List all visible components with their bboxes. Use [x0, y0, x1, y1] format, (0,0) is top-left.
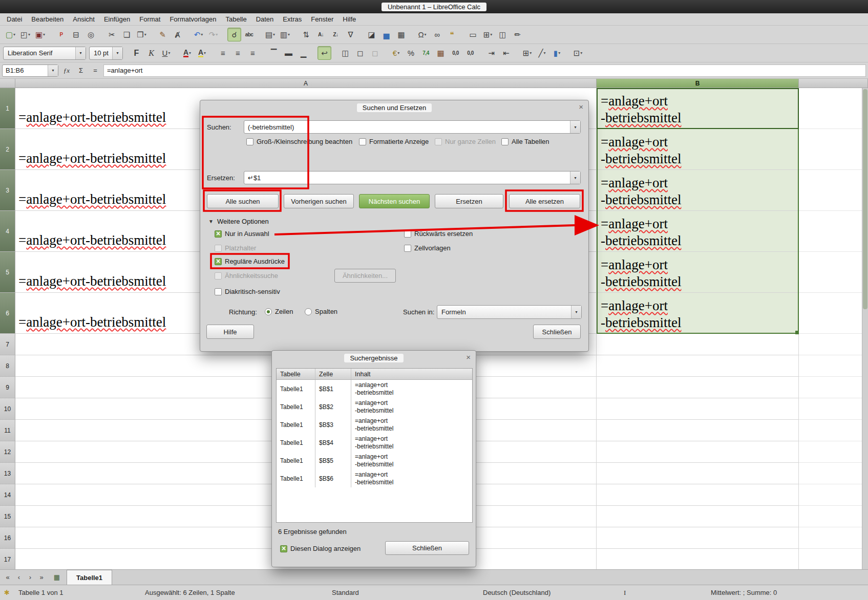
cell-column-b[interactable] — [597, 334, 799, 355]
insert-comment-icon[interactable]: ❝ — [445, 28, 459, 41]
selection-only-checkbox[interactable]: Nur in Auswahl — [215, 230, 269, 238]
insert-image-icon[interactable]: ◪ — [365, 28, 378, 41]
dropdown-arrow-icon[interactable]: ▾ — [28, 32, 30, 37]
cell-empty[interactable] — [799, 88, 868, 129]
result-row[interactable]: Tabelle1 $B$3 =anlage+ort -betriebsmitte… — [277, 416, 472, 434]
menu-item[interactable]: Datei — [2, 13, 27, 25]
cell-column-b[interactable] — [597, 463, 799, 484]
dialog-titlebar[interactable]: Suchergebnisse × — [272, 351, 476, 365]
dropdown-arrow-icon[interactable]: ▾ — [571, 306, 581, 318]
wrap-text-icon[interactable]: ↩ — [317, 46, 331, 60]
spelling-icon[interactable]: abc — [242, 28, 256, 41]
menu-item[interactable]: Format — [135, 13, 165, 25]
clone-formatting-icon[interactable]: ✎ — [156, 28, 170, 41]
decrease-indent-icon[interactable]: ⇤ — [499, 46, 513, 60]
insert-rows-icon[interactable]: ▤▾ — [263, 28, 277, 41]
dropdown-arrow-icon[interactable]: ▾ — [558, 51, 560, 55]
dropdown-arrow-icon[interactable]: ▾ — [397, 51, 399, 55]
menu-item[interactable]: Ansicht — [68, 13, 99, 25]
find-previous-button[interactable]: Vorherigen suchen — [284, 194, 354, 208]
first-sheet-icon[interactable]: « — [2, 570, 13, 585]
row-header[interactable]: 17 — [0, 549, 15, 569]
cell-empty[interactable] — [799, 549, 868, 569]
save-icon[interactable]: ▣▾ — [33, 28, 47, 41]
sort-ascending-icon[interactable]: A↓ — [314, 28, 328, 41]
font-size-combo[interactable]: 10 pt ▾ — [89, 47, 123, 60]
cell-column-b[interactable] — [597, 441, 799, 463]
dropdown-arrow-icon[interactable]: ▾ — [544, 51, 546, 55]
center-vertically-icon[interactable]: ▬ — [282, 46, 295, 60]
cell-column-b[interactable] — [597, 377, 799, 398]
export-pdf-icon[interactable]: P — [54, 28, 68, 41]
regular-expressions-checkbox[interactable]: Reguläre Ausdrücke — [215, 258, 285, 265]
special-character-icon[interactable]: Ω▾ — [415, 28, 429, 41]
menu-item[interactable]: Tabelle — [221, 13, 251, 25]
format-as-percent-icon[interactable]: % — [404, 46, 418, 60]
last-sheet-icon[interactable]: » — [36, 570, 47, 585]
paste-icon[interactable]: ❒▾ — [135, 28, 149, 41]
align-left-icon[interactable]: ≡ — [216, 46, 230, 60]
print-icon[interactable]: ⊟ — [69, 28, 83, 41]
cell-column-b-selected[interactable]: =anlage+ort -betriebsmittel — [597, 252, 799, 293]
dropdown-arrow-icon[interactable]: ▾ — [112, 47, 122, 59]
close-results-button[interactable]: Schließen — [385, 541, 469, 555]
search-input[interactable]: (-betriebsmittel) ▾ — [244, 120, 581, 134]
copy-icon[interactable]: ❏ — [120, 28, 134, 41]
cell-column-b[interactable] — [597, 506, 799, 527]
help-button[interactable]: Hilfe — [206, 325, 254, 339]
row-header[interactable]: 6 — [0, 293, 15, 334]
menu-item[interactable]: Daten — [251, 13, 279, 25]
dropdown-arrow-icon[interactable]: ▾ — [48, 65, 58, 76]
page-style-status[interactable]: Standard — [332, 589, 359, 596]
font-color-icon[interactable]: A▾ — [180, 46, 194, 60]
replace-button[interactable]: Ersetzen — [435, 194, 503, 208]
name-box[interactable]: B1:B6 ▾ — [2, 65, 58, 77]
formula-input[interactable]: =anlage+ort — [103, 65, 866, 77]
column-header-b[interactable]: B — [597, 79, 799, 88]
cell-empty[interactable] — [799, 506, 868, 527]
insert-sheet-icon[interactable]: ▦ — [50, 570, 63, 585]
close-icon[interactable]: × — [466, 353, 471, 361]
find-next-button[interactable]: Nächsten suchen — [359, 194, 430, 208]
border-style-icon[interactable]: ╱▾ — [535, 46, 549, 60]
cell-styles-checkbox[interactable]: Zellvorlagen — [404, 244, 451, 252]
insert-columns-icon[interactable]: ▥▾ — [278, 28, 292, 41]
selection-status[interactable]: Ausgewählt: 6 Zeilen, 1 Spalte — [145, 589, 235, 596]
row-header[interactable]: 7 — [0, 334, 15, 355]
column-header-tabelle[interactable]: Tabelle — [277, 369, 315, 379]
cell-empty[interactable] — [799, 441, 868, 463]
replace-input[interactable]: ↵$1 ▾ — [244, 171, 581, 184]
language-status[interactable]: Deutsch (Deutschland) — [483, 589, 551, 596]
bold-icon[interactable]: F — [130, 46, 143, 60]
conditional-formatting-icon[interactable]: ⊡▾ — [571, 46, 585, 60]
font-name-combo[interactable]: Liberation Serif ▾ — [3, 47, 86, 60]
dropdown-arrow-icon[interactable]: ▾ — [13, 32, 15, 37]
cut-icon[interactable]: ✂ — [105, 28, 119, 41]
direction-rows-radio[interactable]: Zeilen — [265, 308, 293, 315]
align-bottom-icon[interactable]: ▁ — [297, 46, 310, 60]
cell-empty[interactable] — [799, 420, 868, 441]
new-document-icon[interactable]: ▢▾ — [4, 28, 17, 41]
sort-descending-icon[interactable]: Z↓ — [329, 28, 343, 41]
print-preview-icon[interactable]: ◎ — [84, 28, 98, 41]
row-header[interactable]: 4 — [0, 211, 15, 252]
dropdown-arrow-icon[interactable]: ▾ — [580, 51, 582, 55]
row-header[interactable]: 15 — [0, 506, 15, 527]
row-header[interactable]: 14 — [0, 484, 15, 506]
cell-empty[interactable] — [799, 170, 868, 211]
cell-empty[interactable] — [799, 377, 868, 398]
show-dialog-checkbox[interactable]: Diesen Dialog anzeigen — [280, 545, 361, 552]
column-header-zelle[interactable]: Zelle — [315, 369, 351, 379]
dropdown-arrow-icon[interactable]: ▾ — [570, 172, 580, 184]
column-header-inhalt[interactable]: Inhalt — [351, 369, 472, 379]
row-header[interactable]: 3 — [0, 170, 15, 211]
sort-icon[interactable]: ⇅ — [299, 28, 313, 41]
autofilter-icon[interactable]: ∇ — [344, 28, 357, 41]
merge-cells-icon[interactable]: ◻ — [353, 46, 367, 60]
cell-empty[interactable] — [799, 129, 868, 170]
result-row[interactable]: Tabelle1 $B$5 =anlage+ort -betriebsmitte… — [277, 452, 472, 469]
sum-icon[interactable]: Σ — [75, 65, 87, 77]
dropdown-arrow-icon[interactable]: ▾ — [204, 51, 206, 55]
menu-item[interactable]: Bearbeiten — [27, 13, 68, 25]
result-row[interactable]: Tabelle1 $B$1 =anlage+ort -betriebsmitte… — [277, 380, 472, 398]
